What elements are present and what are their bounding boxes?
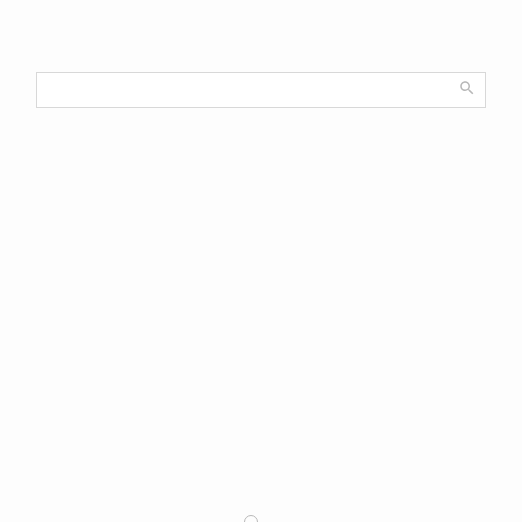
decorative-circle [244, 515, 258, 522]
search-input[interactable] [37, 73, 449, 107]
search-icon [458, 79, 476, 101]
search-button[interactable] [449, 73, 485, 107]
search-box [36, 72, 486, 108]
